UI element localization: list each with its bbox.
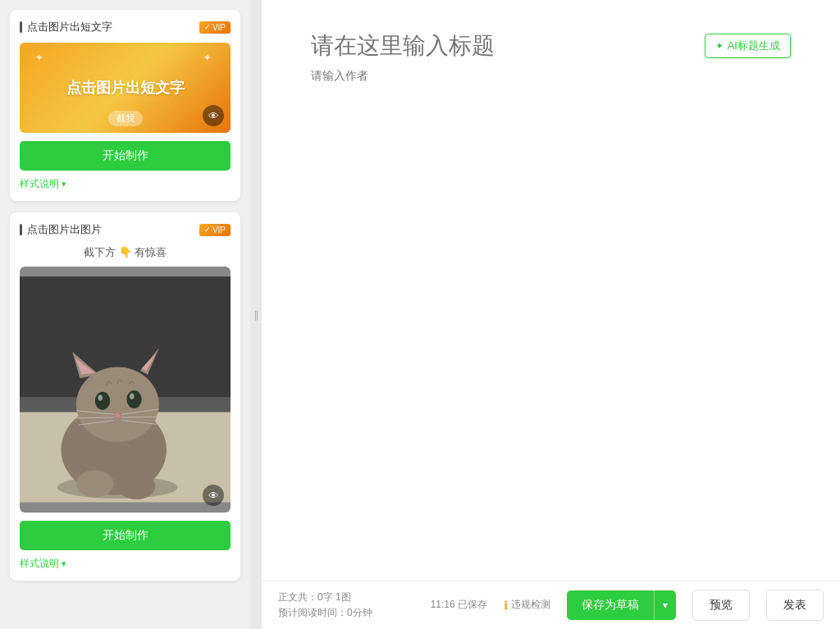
- svg-point-11: [126, 390, 141, 408]
- svg-point-21: [76, 470, 114, 497]
- ai-title-btn[interactable]: AI标题生成: [705, 34, 791, 58]
- save-draft-arrow-btn[interactable]: ▾: [654, 590, 676, 620]
- card1-title: 点击图片出短文字: [20, 20, 112, 34]
- vip-badge-1: VIP: [199, 21, 231, 34]
- vip-badge-2: VIP: [199, 224, 231, 236]
- save-draft-group: 保存为草稿 ▾: [567, 590, 676, 620]
- svg-point-10: [95, 392, 110, 410]
- card2-header: 点击图片出图片 VIP: [20, 222, 231, 237]
- cat-image-wrap: 👁: [20, 267, 231, 513]
- cat-svg: [20, 267, 231, 513]
- author-input[interactable]: [311, 69, 791, 82]
- editor-area: AI标题生成: [262, 0, 840, 581]
- svg-point-12: [98, 394, 103, 400]
- right-panel: AI标题生成 正文共：0字 1图 预计阅读时间：0分钟 11:16 已保存 违规…: [262, 0, 840, 629]
- cat-image: [20, 267, 231, 513]
- card1-bottom-tag: 截我: [108, 111, 143, 126]
- left-panel: 点击图片出短文字 VIP ✦ ✦ 点击图片出短文字 截我 👁 开始制作 样式说明…: [0, 0, 250, 629]
- bottom-bar: 正文共：0字 1图 预计阅读时间：0分钟 11:16 已保存 违规检测 保存为草…: [262, 581, 840, 629]
- start-make-btn-2[interactable]: 开始制作: [20, 521, 231, 550]
- card1-header: 点击图片出短文字 VIP: [20, 20, 231, 34]
- preview-btn[interactable]: 预览: [692, 590, 750, 621]
- divider-icon: ||: [254, 309, 258, 321]
- card1-preview: ✦ ✦ 点击图片出短文字 截我 👁: [20, 43, 231, 133]
- svg-point-13: [130, 394, 135, 399]
- card2-title: 点击图片出图片: [20, 222, 102, 237]
- panel-divider[interactable]: ||: [250, 0, 262, 629]
- title-row: AI标题生成: [311, 33, 791, 59]
- check-label: 违规检测: [511, 598, 550, 612]
- eye-button-2[interactable]: 👁: [203, 485, 224, 506]
- svg-point-5: [76, 367, 159, 442]
- card-short-text: 点击图片出短文字 VIP ✦ ✦ 点击图片出短文字 截我 👁 开始制作 样式说明: [10, 10, 240, 201]
- sparkle-icon-tl: ✦: [34, 51, 44, 64]
- style-link-2[interactable]: 样式说明: [20, 557, 231, 571]
- word-stats: 正文共：0字 1图 预计阅读时间：0分钟: [278, 590, 414, 621]
- thumb-icon: 👇: [119, 246, 135, 258]
- eye-button-1[interactable]: 👁: [203, 105, 224, 126]
- save-time: 11:16 已保存: [431, 598, 487, 612]
- check-btn[interactable]: 违规检测: [504, 598, 550, 612]
- card1-preview-text: 点击图片出短文字: [66, 78, 185, 98]
- start-make-btn-1[interactable]: 开始制作: [20, 141, 231, 171]
- read-time: 预计阅读时间：0分钟: [278, 605, 414, 621]
- card-image-output: 点击图片出图片 VIP 截下方 👇 有惊喜: [10, 212, 240, 581]
- svg-point-22: [117, 472, 155, 499]
- cat-teaser-text: 截下方 👇 有惊喜: [20, 245, 231, 260]
- publish-btn[interactable]: 发表: [766, 590, 824, 621]
- style-link-1[interactable]: 样式说明: [20, 177, 231, 191]
- save-draft-btn[interactable]: 保存为草稿: [567, 590, 654, 620]
- title-input[interactable]: [311, 33, 705, 59]
- sparkle-icon-tr: ✦: [203, 51, 212, 64]
- word-count: 正文共：0字 1图: [278, 590, 414, 605]
- ai-btn-label: AI标题生成: [728, 39, 780, 53]
